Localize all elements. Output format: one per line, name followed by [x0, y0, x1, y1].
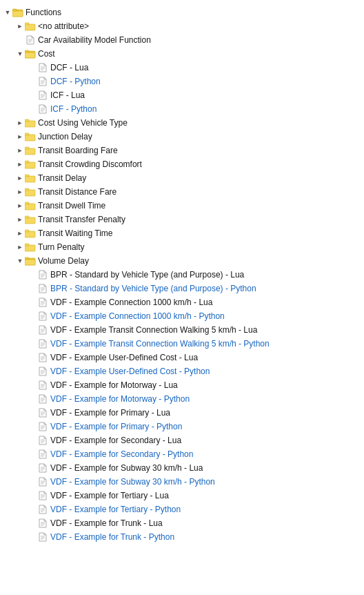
expand-arrow-icon[interactable]: ► [15, 187, 25, 197]
tree-item-dcf-lua[interactable]: DCF - Lua [3, 61, 361, 75]
file-icon-vdf-transit5-python [37, 339, 48, 349]
folder-icon-turn-penalty [25, 242, 36, 252]
tree-item-transit-boarding[interactable]: ► Transit Boarding Fare [3, 144, 361, 157]
svg-rect-1 [12, 9, 17, 11]
svg-rect-3 [25, 24, 35, 30]
svg-rect-4 [25, 23, 29, 25]
expand-arrow-icon[interactable]: ► [15, 146, 25, 155]
svg-rect-44 [25, 257, 29, 260]
item-label-vdf-motorway-lua: VDF - Example for Motorway - Lua [50, 380, 178, 390]
expand-arrow-icon[interactable]: ► [15, 118, 25, 128]
tree-item-vdf-transit5-python[interactable]: VDF - Example Transit Connection Walking… [3, 337, 361, 351]
item-label-icf-lua: ICF - Lua [50, 90, 85, 100]
item-label-bpr-lua: BPR - Standard by Vehicle Type (and Purp… [50, 270, 244, 280]
item-label-vdf-tertiary-python: VDF - Example for Tertiary - Python [50, 505, 181, 514]
tree-item-bpr-python[interactable]: BPR - Standard by Vehicle Type (and Purp… [3, 282, 361, 295]
svg-rect-34 [25, 188, 29, 191]
expand-arrow-icon[interactable]: ► [15, 173, 25, 183]
folder-icon-cost [25, 49, 36, 59]
item-label-vdf-subway-python: VDF - Example for Subway 30 km/h - Pytho… [50, 477, 215, 487]
collapse-arrow-icon[interactable]: ▼ [15, 256, 25, 266]
expand-arrow-icon[interactable]: ► [15, 21, 25, 31]
item-label-volume-delay: Volume Delay [38, 256, 89, 266]
tree-item-vdf-conn1000-lua[interactable]: VDF - Example Connection 1000 km/h - Lua [3, 295, 361, 309]
tree-item-vdf-primary-lua[interactable]: VDF - Example for Primary - Lua [3, 406, 361, 420]
expand-arrow-icon[interactable]: ► [15, 132, 25, 142]
svg-rect-32 [25, 175, 29, 177]
collapse-arrow-icon[interactable]: ▼ [3, 8, 12, 17]
item-label-vdf-usercost-python: VDF - Example User-Defined Cost - Python [50, 367, 210, 376]
expand-arrow-icon[interactable]: ► [15, 159, 25, 169]
tree-item-volume-delay[interactable]: ▼ Volume Delay [3, 254, 361, 268]
tree-item-functions[interactable]: ▼ Functions [3, 6, 361, 19]
folder-icon-transit-boarding [25, 146, 36, 155]
tree-item-car-availability[interactable]: Car Availability Model Function [3, 33, 361, 47]
expand-arrow-icon[interactable]: ► [15, 228, 25, 238]
tree-item-dcf-python[interactable]: DCF - Python [3, 75, 361, 88]
tree-item-junction-delay[interactable]: ► Junction Delay [3, 130, 361, 144]
tree-item-vdf-motorway-python[interactable]: VDF - Example for Motorway - Python [3, 392, 361, 406]
item-label-transit-waiting: Transit Waiting Time [38, 228, 112, 238]
svg-rect-39 [25, 231, 35, 237]
tree-item-vdf-secondary-python[interactable]: VDF - Example for Secondary - Python [3, 447, 361, 461]
svg-rect-2 [12, 11, 23, 17]
svg-rect-35 [25, 204, 35, 210]
item-label-vdf-transit5-lua: VDF - Example Transit Connection Walking… [50, 325, 257, 335]
folder-icon-transit-waiting [25, 228, 36, 238]
svg-rect-40 [25, 230, 29, 232]
tree-item-vdf-secondary-lua[interactable]: VDF - Example for Secondary - Lua [3, 433, 361, 447]
file-icon-vdf-motorway-python [37, 394, 48, 404]
item-label-vdf-primary-python: VDF - Example for Primary - Python [50, 422, 182, 431]
tree-item-cost-vehicle[interactable]: ► Cost Using Vehicle Type [3, 116, 361, 130]
svg-rect-30 [25, 161, 29, 163]
folder-icon-no-attribute [25, 21, 36, 31]
file-icon-vdf-subway-lua [37, 463, 48, 473]
item-label-vdf-conn1000-lua: VDF - Example Connection 1000 km/h - Lua [50, 298, 212, 307]
tree-item-vdf-subway-python[interactable]: VDF - Example for Subway 30 km/h - Pytho… [3, 475, 361, 489]
item-label-junction-delay: Junction Delay [38, 132, 92, 142]
tree-item-vdf-tertiary-lua[interactable]: VDF - Example for Tertiary - Lua [3, 489, 361, 503]
svg-rect-41 [25, 245, 35, 251]
tree-item-vdf-subway-lua[interactable]: VDF - Example for Subway 30 km/h - Lua [3, 461, 361, 475]
tree-item-vdf-trunk-lua[interactable]: VDF - Example for Trunk - Lua [3, 516, 361, 530]
tree-item-vdf-usercost-lua[interactable]: VDF - Example User-Defined Cost - Lua [3, 351, 361, 364]
expand-arrow-icon[interactable]: ► [15, 201, 25, 211]
item-label-no-attribute: <no attribute> [38, 21, 89, 31]
item-label-functions: Functions [26, 8, 61, 17]
tree-item-transit-transfer[interactable]: ► Transit Transfer Penalty [3, 213, 361, 226]
svg-rect-31 [25, 176, 35, 182]
tree-item-vdf-motorway-lua[interactable]: VDF - Example for Motorway - Lua [3, 378, 361, 392]
expand-arrow-icon[interactable]: ► [15, 215, 25, 224]
item-label-dcf-python: DCF - Python [50, 77, 101, 86]
tree-item-transit-distance[interactable]: ► Transit Distance Fare [3, 185, 361, 199]
tree-item-vdf-conn1000-python[interactable]: VDF - Example Connection 1000 km/h - Pyt… [3, 309, 361, 323]
tree-item-no-attribute[interactable]: ► <no attribute> [3, 19, 361, 33]
tree-item-transit-waiting[interactable]: ► Transit Waiting Time [3, 226, 361, 240]
file-icon-icf-python [37, 104, 48, 114]
tree-item-vdf-tertiary-python[interactable]: VDF - Example for Tertiary - Python [3, 503, 361, 516]
tree-item-vdf-usercost-python[interactable]: VDF - Example User-Defined Cost - Python [3, 364, 361, 378]
tree-item-icf-lua[interactable]: ICF - Lua [3, 88, 361, 102]
tree-item-vdf-transit5-lua[interactable]: VDF - Example Transit Connection Walking… [3, 323, 361, 337]
svg-rect-27 [25, 148, 35, 155]
tree-item-turn-penalty[interactable]: ► Turn Penalty [3, 240, 361, 254]
tree-item-transit-crowding[interactable]: ► Transit Crowding Discomfort [3, 157, 361, 171]
tree-item-cost[interactable]: ▼ Cost [3, 47, 361, 61]
tree-item-vdf-trunk-python[interactable]: VDF - Example for Trunk - Python [3, 530, 361, 544]
folder-icon-transit-delay [25, 173, 36, 183]
file-icon-vdf-transit5-lua [37, 325, 48, 335]
collapse-arrow-icon[interactable]: ▼ [15, 49, 25, 59]
expand-arrow-icon[interactable]: ► [15, 242, 25, 252]
tree-item-bpr-lua[interactable]: BPR - Standard by Vehicle Type (and Purp… [3, 268, 361, 282]
item-label-vdf-tertiary-lua: VDF - Example for Tertiary - Lua [50, 491, 169, 500]
file-icon-vdf-primary-lua [37, 408, 48, 418]
tree-item-transit-dwell[interactable]: ► Transit Dwell Time [3, 199, 361, 213]
tree-item-icf-python[interactable]: ICF - Python [3, 102, 361, 116]
item-label-vdf-trunk-lua: VDF - Example for Trunk - Lua [50, 518, 163, 528]
tree-item-vdf-primary-python[interactable]: VDF - Example for Primary - Python [3, 420, 361, 433]
svg-rect-24 [25, 119, 29, 121]
svg-rect-38 [25, 216, 29, 218]
file-icon-vdf-usercost-lua [37, 353, 48, 362]
item-label-vdf-secondary-lua: VDF - Example for Secondary - Lua [50, 436, 181, 445]
tree-item-transit-delay[interactable]: ► Transit Delay [3, 171, 361, 185]
